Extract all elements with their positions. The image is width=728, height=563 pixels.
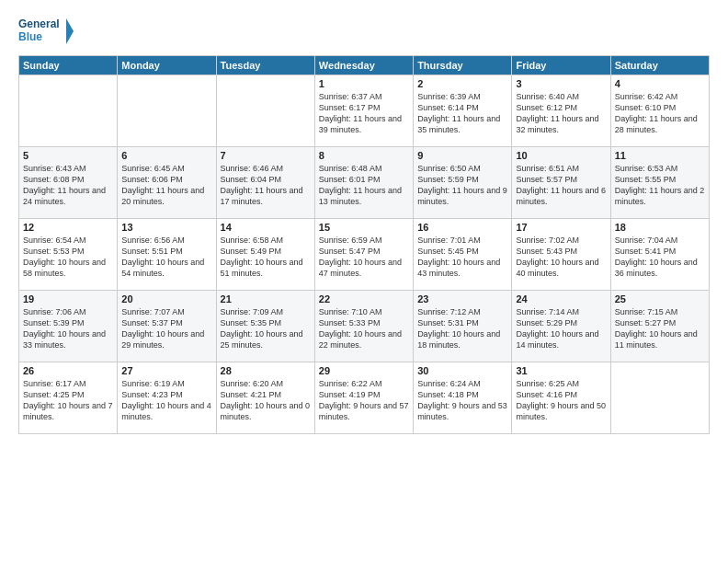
cell-text: Sunrise: 7:04 AM Sunset: 5:41 PM Dayligh… <box>615 235 705 280</box>
header: General Blue <box>18 15 710 48</box>
cell-text: Sunrise: 7:15 AM Sunset: 5:27 PM Dayligh… <box>615 306 705 351</box>
day-number: 10 <box>516 150 606 161</box>
day-number: 18 <box>615 222 705 233</box>
week-row-2: 5Sunrise: 6:43 AM Sunset: 6:08 PM Daylig… <box>19 147 710 219</box>
calendar-cell: 20Sunrise: 7:07 AM Sunset: 5:37 PM Dayli… <box>118 291 216 362</box>
calendar-cell: 9Sunrise: 6:50 AM Sunset: 5:59 PM Daylig… <box>414 147 512 219</box>
cell-text: Sunrise: 7:10 AM Sunset: 5:33 PM Dayligh… <box>319 306 409 351</box>
cell-text: Sunrise: 7:07 AM Sunset: 5:37 PM Dayligh… <box>121 306 211 351</box>
day-number: 26 <box>23 365 113 376</box>
cell-text: Sunrise: 6:59 AM Sunset: 5:47 PM Dayligh… <box>319 235 409 280</box>
day-number: 30 <box>417 365 507 376</box>
day-number: 13 <box>121 222 211 233</box>
calendar-cell: 4Sunrise: 6:42 AM Sunset: 6:10 PM Daylig… <box>610 75 709 147</box>
day-number: 21 <box>221 293 311 304</box>
cell-text: Sunrise: 7:01 AM Sunset: 5:45 PM Dayligh… <box>417 235 507 280</box>
cell-text: Sunrise: 6:22 AM Sunset: 4:19 PM Dayligh… <box>319 378 409 423</box>
calendar-cell: 8Sunrise: 6:48 AM Sunset: 6:01 PM Daylig… <box>314 147 413 219</box>
weekday-header-saturday: Saturday <box>610 56 709 75</box>
weekday-header-thursday: Thursday <box>414 56 512 75</box>
calendar-cell: 18Sunrise: 7:04 AM Sunset: 5:41 PM Dayli… <box>610 219 709 291</box>
cell-text: Sunrise: 7:12 AM Sunset: 5:31 PM Dayligh… <box>417 306 507 351</box>
day-number: 20 <box>121 293 211 304</box>
day-number: 2 <box>417 78 507 89</box>
logo-svg: General Blue <box>18 15 74 48</box>
calendar-cell: 25Sunrise: 7:15 AM Sunset: 5:27 PM Dayli… <box>610 291 709 362</box>
calendar-cell: 11Sunrise: 6:53 AM Sunset: 5:55 PM Dayli… <box>610 147 709 219</box>
calendar-cell <box>118 75 216 147</box>
cell-text: Sunrise: 6:25 AM Sunset: 4:16 PM Dayligh… <box>516 378 606 423</box>
cell-text: Sunrise: 6:45 AM Sunset: 6:06 PM Dayligh… <box>121 163 211 208</box>
day-number: 29 <box>319 365 409 376</box>
cell-text: Sunrise: 6:39 AM Sunset: 6:14 PM Dayligh… <box>417 91 507 136</box>
cell-text: Sunrise: 7:06 AM Sunset: 5:39 PM Dayligh… <box>23 306 113 351</box>
calendar-cell: 6Sunrise: 6:45 AM Sunset: 6:06 PM Daylig… <box>118 147 216 219</box>
day-number: 12 <box>23 222 113 233</box>
cell-text: Sunrise: 6:50 AM Sunset: 5:59 PM Dayligh… <box>417 163 507 208</box>
cell-text: Sunrise: 6:54 AM Sunset: 5:53 PM Dayligh… <box>23 235 113 280</box>
calendar-cell: 29Sunrise: 6:22 AM Sunset: 4:19 PM Dayli… <box>314 362 413 434</box>
day-number: 14 <box>221 222 311 233</box>
cell-text: Sunrise: 6:43 AM Sunset: 6:08 PM Dayligh… <box>23 163 113 208</box>
calendar-cell: 7Sunrise: 6:46 AM Sunset: 6:04 PM Daylig… <box>216 147 314 219</box>
weekday-header-sunday: Sunday <box>19 56 118 75</box>
svg-text:General: General <box>18 17 60 30</box>
day-number: 16 <box>417 222 507 233</box>
calendar-cell: 16Sunrise: 7:01 AM Sunset: 5:45 PM Dayli… <box>414 219 512 291</box>
calendar-cell: 2Sunrise: 6:39 AM Sunset: 6:14 PM Daylig… <box>414 75 512 147</box>
calendar-cell: 30Sunrise: 6:24 AM Sunset: 4:18 PM Dayli… <box>414 362 512 434</box>
cell-text: Sunrise: 6:40 AM Sunset: 6:12 PM Dayligh… <box>516 91 606 136</box>
cell-text: Sunrise: 6:20 AM Sunset: 4:21 PM Dayligh… <box>221 378 311 423</box>
day-number: 31 <box>516 365 606 376</box>
calendar-cell: 5Sunrise: 6:43 AM Sunset: 6:08 PM Daylig… <box>19 147 118 219</box>
calendar-cell: 1Sunrise: 6:37 AM Sunset: 6:17 PM Daylig… <box>314 75 413 147</box>
weekday-header-tuesday: Tuesday <box>216 56 314 75</box>
cell-text: Sunrise: 6:48 AM Sunset: 6:01 PM Dayligh… <box>319 163 409 208</box>
calendar-cell <box>610 362 709 434</box>
svg-text:Blue: Blue <box>18 30 42 43</box>
day-number: 23 <box>417 293 507 304</box>
calendar-cell: 28Sunrise: 6:20 AM Sunset: 4:21 PM Dayli… <box>216 362 314 434</box>
day-number: 11 <box>615 150 705 161</box>
day-number: 4 <box>615 78 705 89</box>
calendar-cell <box>216 75 314 147</box>
calendar-cell: 13Sunrise: 6:56 AM Sunset: 5:51 PM Dayli… <box>118 219 216 291</box>
cell-text: Sunrise: 6:42 AM Sunset: 6:10 PM Dayligh… <box>615 91 705 136</box>
calendar-cell: 10Sunrise: 6:51 AM Sunset: 5:57 PM Dayli… <box>512 147 610 219</box>
calendar-cell <box>19 75 118 147</box>
day-number: 28 <box>221 365 311 376</box>
calendar-cell: 12Sunrise: 6:54 AM Sunset: 5:53 PM Dayli… <box>19 219 118 291</box>
day-number: 3 <box>516 78 606 89</box>
svg-marker-2 <box>66 18 74 44</box>
cell-text: Sunrise: 6:53 AM Sunset: 5:55 PM Dayligh… <box>615 163 705 208</box>
day-number: 7 <box>221 150 311 161</box>
week-row-1: 1Sunrise: 6:37 AM Sunset: 6:17 PM Daylig… <box>19 75 710 147</box>
day-number: 15 <box>319 222 409 233</box>
cell-text: Sunrise: 7:09 AM Sunset: 5:35 PM Dayligh… <box>221 306 311 351</box>
calendar-cell: 23Sunrise: 7:12 AM Sunset: 5:31 PM Dayli… <box>414 291 512 362</box>
calendar-cell: 31Sunrise: 6:25 AM Sunset: 4:16 PM Dayli… <box>512 362 610 434</box>
calendar-container: General Blue SundayMondayTuesdayWednesda… <box>0 0 728 563</box>
day-number: 24 <box>516 293 606 304</box>
calendar-cell: 14Sunrise: 6:58 AM Sunset: 5:49 PM Dayli… <box>216 219 314 291</box>
cell-text: Sunrise: 6:19 AM Sunset: 4:23 PM Dayligh… <box>121 378 211 423</box>
weekday-header-monday: Monday <box>118 56 216 75</box>
weekday-header-wednesday: Wednesday <box>314 56 413 75</box>
cell-text: Sunrise: 6:58 AM Sunset: 5:49 PM Dayligh… <box>221 235 311 280</box>
weekday-header-row: SundayMondayTuesdayWednesdayThursdayFrid… <box>19 56 710 75</box>
week-row-5: 26Sunrise: 6:17 AM Sunset: 4:25 PM Dayli… <box>19 362 710 434</box>
cell-text: Sunrise: 6:37 AM Sunset: 6:17 PM Dayligh… <box>319 91 409 136</box>
calendar-cell: 21Sunrise: 7:09 AM Sunset: 5:35 PM Dayli… <box>216 291 314 362</box>
week-row-3: 12Sunrise: 6:54 AM Sunset: 5:53 PM Dayli… <box>19 219 710 291</box>
day-number: 5 <box>23 150 113 161</box>
day-number: 6 <box>121 150 211 161</box>
calendar-cell: 26Sunrise: 6:17 AM Sunset: 4:25 PM Dayli… <box>19 362 118 434</box>
day-number: 17 <box>516 222 606 233</box>
cell-text: Sunrise: 6:46 AM Sunset: 6:04 PM Dayligh… <box>221 163 311 208</box>
calendar-cell: 15Sunrise: 6:59 AM Sunset: 5:47 PM Dayli… <box>314 219 413 291</box>
day-number: 8 <box>319 150 409 161</box>
calendar-table: SundayMondayTuesdayWednesdayThursdayFrid… <box>18 55 710 434</box>
cell-text: Sunrise: 7:14 AM Sunset: 5:29 PM Dayligh… <box>516 306 606 351</box>
calendar-cell: 19Sunrise: 7:06 AM Sunset: 5:39 PM Dayli… <box>19 291 118 362</box>
calendar-cell: 17Sunrise: 7:02 AM Sunset: 5:43 PM Dayli… <box>512 219 610 291</box>
